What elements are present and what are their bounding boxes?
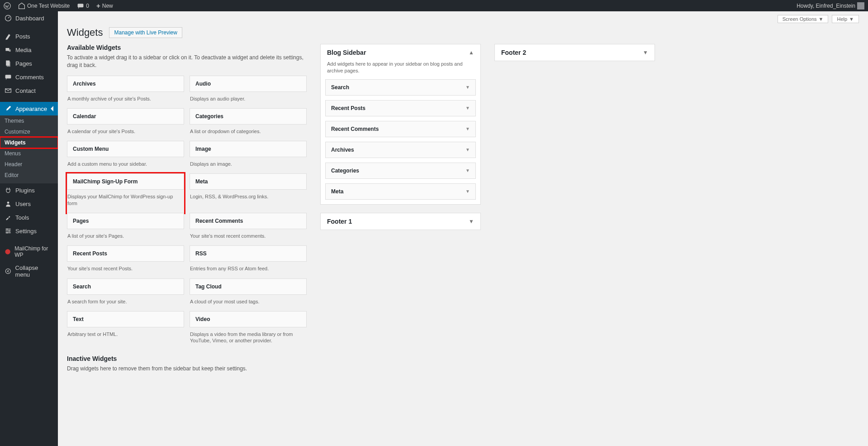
widget-header[interactable]: Archives [67, 76, 184, 92]
widget-header[interactable]: RSS [190, 245, 307, 262]
widget-header[interactable]: Categories [190, 108, 307, 125]
widget-header[interactable]: Text [67, 311, 184, 327]
widget-area-title: Footer 1 [327, 218, 352, 225]
widget-header[interactable]: MailChimp Sign-Up Form [67, 173, 184, 190]
live-preview-button[interactable]: Manage with Live Preview [109, 27, 182, 38]
sidebar-widget-label: Archives [331, 147, 354, 153]
available-widget: VideoDisplays a video from the media lib… [190, 311, 307, 350]
new-label: New [102, 3, 113, 9]
widget-header[interactable]: Tag Cloud [190, 278, 307, 295]
sidebar-widget-item[interactable]: Archives▼ [325, 142, 476, 158]
sidebar-widget-item[interactable]: Meta▼ [325, 183, 476, 200]
svg-rect-5 [7, 62, 10, 67]
widget-header[interactable]: Recent Posts [67, 245, 184, 262]
sidebar-item-mailchimp[interactable]: MailChimp for WP [0, 242, 58, 261]
new-link[interactable]: + New [96, 2, 113, 10]
chevron-down-icon: ▼ [643, 49, 648, 56]
svg-point-0 [4, 2, 10, 9]
sidebar-sub-customize[interactable]: Customize [0, 126, 58, 137]
sidebar-item-dashboard[interactable]: Dashboard [0, 11, 58, 25]
widget-header[interactable]: Image [190, 141, 307, 157]
screen-options-button[interactable]: Screen Options ▼ [778, 15, 829, 23]
sidebar-item-posts[interactable]: Posts [0, 29, 58, 43]
widget-area-title: Footer 2 [501, 49, 526, 56]
widget-description: Entries from any RSS or Atom feed. [190, 262, 307, 278]
widget-header[interactable]: Audio [190, 76, 307, 92]
sidebar-widget-item[interactable]: Recent Comments▼ [325, 121, 476, 137]
howdy-link[interactable]: Howdy, Einfred_Einstein [797, 2, 864, 10]
widget-area-footer1: Footer 1 ▼ [320, 213, 481, 230]
sidebar-item-settings[interactable]: Settings [0, 224, 58, 238]
sidebar-widget-item[interactable]: Categories▼ [325, 163, 476, 179]
chevron-down-icon: ▼ [465, 85, 470, 90]
widget-area-header[interactable]: Footer 2 ▼ [495, 44, 655, 61]
sidebar-item-media[interactable]: Media [0, 43, 58, 57]
sidebar-widget-label: Categories [331, 168, 359, 174]
widget-header[interactable]: Meta [190, 173, 307, 190]
sidebar-widget-label: Search [331, 84, 349, 91]
widget-header[interactable]: Custom Menu [67, 141, 184, 157]
widget-description: A search form for your site. [67, 295, 184, 311]
chevron-down-icon: ▼ [469, 218, 474, 225]
sidebar-item-label: Contact [15, 87, 36, 94]
sidebar-widget-item[interactable]: Search▼ [325, 79, 476, 96]
sidebar-item-comments[interactable]: Comments [0, 70, 58, 84]
sidebar-item-label: Media [15, 47, 31, 53]
chevron-up-icon: ▲ [469, 49, 474, 56]
sidebar-item-tools[interactable]: Tools [0, 211, 58, 224]
widget-area-items: Search▼Recent Posts▼Recent Comments▼Arch… [321, 79, 480, 204]
widget-description: Displays a video from the media library … [190, 327, 307, 350]
widget-header[interactable]: Recent Comments [190, 213, 307, 229]
sidebar-sub-header[interactable]: Header [0, 159, 58, 170]
sidebar-item-users[interactable]: Users [0, 197, 58, 211]
chevron-down-icon: ▼ [465, 126, 470, 131]
widget-area-header[interactable]: Footer 1 ▼ [321, 213, 480, 230]
available-widget: SearchA search form for your site. [67, 278, 184, 311]
active-arrow-icon [51, 106, 53, 111]
sidebar-widget-label: Meta [331, 188, 343, 195]
widget-header[interactable]: Search [67, 278, 184, 295]
comments-link[interactable]: 0 [77, 2, 89, 10]
sidebar-item-label: Comments [15, 74, 44, 81]
help-button[interactable]: Help ▼ [832, 15, 859, 23]
available-widget: ImageDisplays an image. [190, 141, 307, 173]
site-name-text: One Test Website [27, 3, 70, 9]
sidebar-sub-editor[interactable]: Editor [0, 170, 58, 181]
comments-count: 0 [86, 3, 89, 9]
svg-point-8 [7, 201, 9, 204]
widget-description: Displays your MailChimp for WordPress si… [67, 190, 184, 213]
chevron-down-icon: ▼ [465, 168, 470, 173]
widget-description: Your site's most recent comments. [190, 229, 307, 245]
widget-area-title: Blog Sidebar [327, 49, 366, 56]
site-name-link[interactable]: One Test Website [18, 2, 70, 10]
wp-logo-icon[interactable] [4, 2, 11, 10]
available-widgets-grid: ArchivesA monthly archive of your site's… [67, 76, 307, 350]
widget-area-header[interactable]: Blog Sidebar ▲ [321, 44, 480, 61]
sidebar-sub-themes[interactable]: Themes [0, 115, 58, 126]
available-widget: MetaLogin, RSS, & WordPress.org links. [190, 173, 307, 213]
widget-header[interactable]: Calendar [67, 108, 184, 125]
chevron-down-icon: ▼ [819, 16, 824, 22]
sidebar-sub-menus[interactable]: Menus [0, 148, 58, 159]
sidebar-item-collapse[interactable]: Collapse menu [0, 261, 58, 281]
sidebar-item-appearance[interactable]: Appearance [0, 102, 58, 115]
widget-area-hint: Add widgets here to appear in your sideb… [321, 61, 480, 79]
sidebar-widget-item[interactable]: Recent Posts▼ [325, 100, 476, 116]
sidebar-item-pages[interactable]: Pages [0, 57, 58, 70]
avatar-icon [857, 2, 864, 10]
sidebar-item-plugins[interactable]: Plugins [0, 183, 58, 197]
sidebar-item-contact[interactable]: Contact [0, 84, 58, 97]
svg-point-15 [5, 249, 10, 254]
widget-header[interactable]: Pages [67, 213, 184, 229]
widget-description: A list of your site's Pages. [67, 229, 184, 245]
widget-description: Displays an image. [190, 157, 307, 173]
widget-description: Add a custom menu to your sidebar. [67, 157, 184, 173]
svg-rect-6 [5, 75, 11, 78]
sidebar-sub-widgets[interactable]: Widgets [0, 137, 58, 148]
widget-description: A cloud of your most used tags. [190, 295, 307, 311]
available-widget: Recent CommentsYour site's most recent c… [190, 213, 307, 245]
available-widget: RSSEntries from any RSS or Atom feed. [190, 245, 307, 278]
svg-point-12 [6, 228, 8, 230]
widget-header[interactable]: Video [190, 311, 307, 327]
widget-area-blog-sidebar: Blog Sidebar ▲ Add widgets here to appea… [320, 44, 481, 205]
